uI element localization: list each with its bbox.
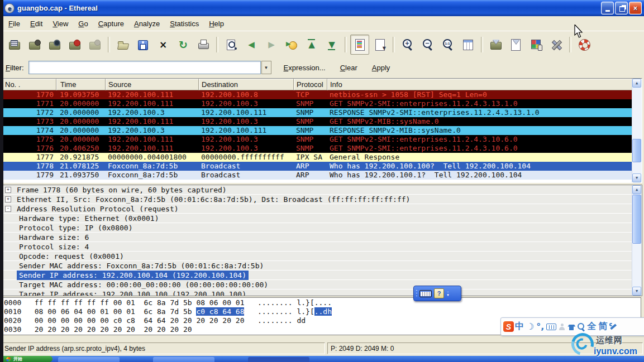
zoom-100-button[interactable] <box>438 35 457 55</box>
capture-interfaces-button[interactable] <box>5 35 24 55</box>
column-header-no[interactable]: No. . <box>2 79 56 90</box>
apply-button[interactable]: Apply <box>370 62 393 73</box>
sogou-item[interactable]: ☽ <box>526 321 534 332</box>
ime-controls[interactable]: − ▼ <box>446 290 450 297</box>
menu-help[interactable]: Help <box>204 18 229 30</box>
taskbar-button[interactable] <box>248 357 309 362</box>
detail-row[interactable]: Opcode: request (0x0001) <box>2 252 632 261</box>
capture-restart-button[interactable] <box>85 35 104 55</box>
scroll-thumb[interactable] <box>632 195 641 244</box>
clear-button[interactable]: Clear <box>338 62 360 73</box>
zoom-out-button[interactable] <box>418 35 437 55</box>
packet-row[interactable]: 177019.093750192.200.100.111192.200.100.… <box>2 90 632 99</box>
detail-row[interactable]: +Frame 1778 (60 bytes on wire, 60 bytes … <box>2 185 632 195</box>
drag-grip-icon[interactable] <box>416 289 418 298</box>
packet-row[interactable]: 177720.92187500000000.00400180000000000.… <box>2 153 632 162</box>
packet-row[interactable]: 177821.078125Foxconn_8a:7d:5bBroadcastAR… <box>2 162 632 171</box>
packet-row[interactable]: 177520.000000192.200.100.111192.200.100.… <box>2 135 632 144</box>
scroll-thumb[interactable] <box>632 139 641 162</box>
menu-go[interactable]: Go <box>73 18 93 30</box>
filter-dropdown-button[interactable]: ▼ <box>261 61 271 74</box>
taskbar-button[interactable] <box>58 357 120 362</box>
toolbox-icon[interactable] <box>609 323 617 330</box>
packet-row[interactable]: 177420.000000192.200.100.3192.200.100.11… <box>2 126 632 135</box>
back-button[interactable]: ◀ <box>242 35 261 55</box>
open-button[interactable] <box>113 35 132 55</box>
help-icon[interactable]: ? <box>434 288 444 298</box>
sogou-logo-icon[interactable]: S <box>503 321 514 332</box>
skin-icon[interactable] <box>567 324 575 330</box>
autoscroll-button[interactable] <box>370 35 389 55</box>
colorize-button[interactable] <box>350 35 369 55</box>
scroll-down-icon[interactable]: ▼ <box>632 173 641 182</box>
hex-line[interactable]: 0000 ff ff ff ff ff ff 00 01 6c 8a 7d 5b… <box>2 298 641 307</box>
menu-statistics[interactable]: Statistics <box>165 18 204 30</box>
keyboard-icon[interactable] <box>419 290 432 297</box>
column-header-src[interactable]: Source <box>106 79 199 90</box>
menu-edit[interactable]: Edit <box>25 18 47 30</box>
packet-list-scrollbar[interactable]: ▲ ▼ <box>632 79 642 182</box>
forward-button[interactable]: ▶ <box>262 35 281 55</box>
scroll-down-icon[interactable]: ▼ <box>632 287 641 296</box>
expand-icon[interactable]: + <box>5 196 11 202</box>
expand-icon[interactable]: + <box>5 187 11 193</box>
coloring-button[interactable] <box>527 35 546 55</box>
capture-options-button[interactable] <box>25 35 44 55</box>
ime-floating-bar[interactable]: ? − ▼ <box>413 286 461 301</box>
detail-row[interactable]: Hardware type: Ethernet (0x0001) <box>2 214 632 223</box>
zoom-in-button[interactable] <box>398 35 417 55</box>
column-header-info[interactable]: Info <box>327 79 632 90</box>
filter-input[interactable] <box>28 61 261 74</box>
detail-row[interactable]: Sender IP address: 192.200.100.104 (192.… <box>2 271 632 280</box>
hex-line[interactable]: 0010 08 00 06 04 00 01 00 01 6c 8a 7d 5b… <box>2 307 641 316</box>
column-header-proto[interactable]: Protocol <box>294 79 327 90</box>
packet-row[interactable]: 177220.000000192.200.100.3192.200.100.11… <box>2 108 632 117</box>
top-button[interactable]: ▲ <box>302 35 321 55</box>
menu-view[interactable]: View <box>47 18 73 30</box>
start-button[interactable]: 开始 <box>3 356 53 362</box>
expression-button[interactable]: Expression... <box>282 62 328 73</box>
bottom-button[interactable]: ▼ <box>322 35 341 55</box>
restore-button[interactable] <box>615 2 628 15</box>
title-bar[interactable]: e guangbo.cap - Ethereal × <box>0 0 644 16</box>
capture-stop-button[interactable] <box>65 35 84 55</box>
reload-button[interactable]: ↻ <box>174 35 193 55</box>
sogou-item[interactable]: 中 <box>515 321 524 332</box>
packet-row[interactable]: 177921.093750Foxconn_8a:7d:5bBroadcastAR… <box>2 171 632 180</box>
detail-row[interactable]: Target IP address: 192.200.100.100 (192.… <box>2 289 632 296</box>
soft-keyboard-icon[interactable] <box>546 324 556 330</box>
sogou-item[interactable]: °, <box>536 321 544 332</box>
jump-button[interactable] <box>282 35 301 55</box>
search-icon[interactable] <box>578 323 585 330</box>
detail-row[interactable]: -Address Resolution Protocol (request) <box>2 204 632 214</box>
close-file-button[interactable]: × <box>154 35 173 55</box>
close-button[interactable]: × <box>629 2 642 15</box>
menu-analyze[interactable]: Analyze <box>129 18 165 30</box>
sogou-item[interactable]: 简 <box>598 321 607 332</box>
detail-scrollbar[interactable]: ▲ ▼ <box>632 185 642 296</box>
detail-row[interactable]: Protocol size: 4 <box>2 242 632 252</box>
detail-row[interactable]: Protocol type: IP (0x0800) <box>2 223 632 233</box>
preferences-button[interactable] <box>547 35 566 55</box>
save-button[interactable] <box>133 35 152 55</box>
taskbar-button[interactable] <box>153 357 214 362</box>
capture-filter-button[interactable] <box>486 35 505 55</box>
menu-file[interactable]: File <box>3 18 25 30</box>
capture-start-button[interactable] <box>45 35 64 55</box>
find-button[interactable] <box>222 35 241 55</box>
resize-cols-button[interactable] <box>459 35 478 55</box>
packet-row[interactable]: 177120.000000192.200.100.111192.200.100.… <box>2 99 632 108</box>
menu-capture[interactable]: Capture <box>93 18 129 30</box>
detail-row[interactable]: Hardware size: 6 <box>2 233 632 242</box>
sogou-item[interactable]: 全 <box>587 321 596 332</box>
collapse-icon[interactable]: - <box>5 206 11 212</box>
detail-row[interactable]: Target MAC address: 00:00:00_00:00:00 (0… <box>2 280 632 289</box>
scroll-up-icon[interactable]: ▲ <box>632 185 641 194</box>
detail-row[interactable]: +Ethernet II, Src: Foxconn_8a:7d:5b (00:… <box>2 195 632 204</box>
column-header-time[interactable]: Time <box>56 79 106 90</box>
packet-row[interactable]: 177320.000000192.200.100.111192.200.100.… <box>2 117 632 126</box>
account-icon[interactable] <box>559 324 565 330</box>
scroll-up-icon[interactable]: ▲ <box>632 79 641 88</box>
packet-row[interactable]: 177620.406250192.200.100.111192.200.100.… <box>2 144 632 153</box>
print-button[interactable] <box>194 35 213 55</box>
